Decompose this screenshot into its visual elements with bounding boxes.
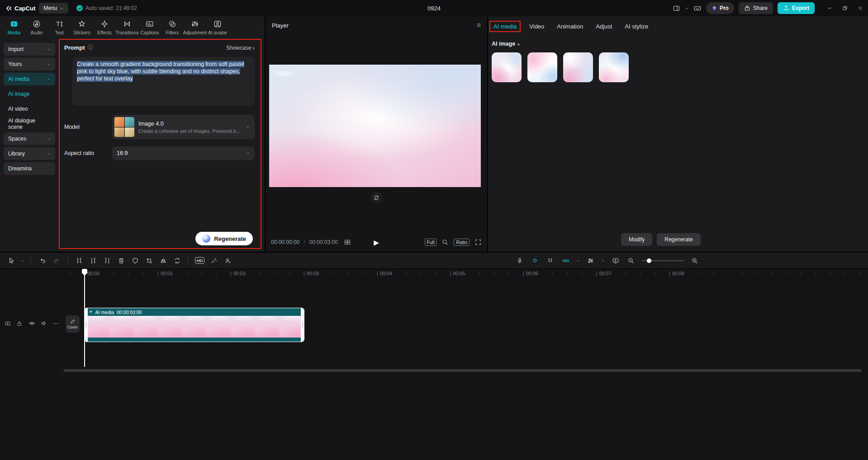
clip-trim-handle-left[interactable] (85, 308, 88, 342)
enhance-wand-button[interactable] (208, 255, 220, 267)
redo-button[interactable] (50, 255, 62, 267)
minimize-button[interactable] (822, 0, 837, 16)
ribbon-tab-audio[interactable]: Audio (25, 18, 48, 37)
aspect-ratio-select[interactable]: 16:9 (112, 146, 255, 160)
sidebar-item-ai-video[interactable]: AI video (4, 103, 55, 115)
pro-diamond-icon (711, 5, 717, 11)
timeline-clip-ai-media[interactable]: ✦ AI media 00:00:03:00 (85, 308, 304, 342)
sidebar-item-ai-media[interactable]: AI media (4, 73, 55, 85)
preview-render-button[interactable] (609, 255, 621, 267)
magnet-snap-button[interactable] (544, 255, 556, 267)
sidebar-item-ai-image[interactable]: AI image (4, 88, 55, 100)
full-toggle[interactable]: Full (425, 239, 437, 246)
more-options-icon[interactable]: ⋯ (53, 320, 59, 326)
showcase-link[interactable]: Showcase › (226, 45, 255, 51)
auto-link-button[interactable] (560, 255, 572, 267)
select-tool[interactable] (5, 255, 18, 267)
toggle-visibility-icon[interactable] (28, 320, 35, 327)
sidebar-item-library[interactable]: Library (4, 147, 55, 160)
hd-button[interactable]: HD (194, 255, 206, 267)
shortcut-keyboard-icon[interactable] (693, 4, 702, 12)
ai-image-section-header[interactable]: AI image ▴ (488, 36, 868, 50)
ribbon-tab-filters[interactable]: Filters (161, 18, 184, 37)
play-button[interactable]: ▶ (374, 239, 379, 246)
regenerate-button-right[interactable]: Regenerate (657, 233, 701, 246)
ai-image-thumbnail-1[interactable] (492, 52, 522, 82)
pro-button[interactable]: Pro (706, 2, 734, 14)
replace-button[interactable] (171, 255, 183, 267)
zoom-slider-thumb[interactable] (647, 258, 651, 263)
zoom-in-button[interactable] (688, 255, 701, 267)
ribbon-tab-captions[interactable]: Captions (138, 18, 161, 37)
sidebar-item-import[interactable]: Import (4, 43, 55, 56)
layout-chevron-icon[interactable] (685, 6, 689, 10)
cover-button[interactable]: Cover (66, 315, 80, 333)
ribbon-tab-adjustment[interactable]: Adjustment (184, 18, 206, 37)
close-button[interactable] (853, 0, 868, 16)
undo-button[interactable] (36, 255, 48, 267)
regenerate-button[interactable]: Regenerate (195, 232, 253, 245)
tab-animation[interactable]: Animation (557, 23, 583, 30)
timeline-ruler[interactable]: 00:00 00:01 00:02 00:03 00:04 00:05 00:0… (61, 269, 868, 279)
timeline-scrollbar[interactable] (63, 369, 862, 372)
tab-ai-stylize[interactable]: AI stylize (625, 23, 648, 30)
sidebar-item-label: Dreamina (8, 165, 32, 172)
tab-adjust[interactable]: Adjust (596, 23, 612, 30)
auto-link-chevron-icon[interactable] (575, 255, 581, 267)
export-button[interactable]: Export (778, 2, 815, 14)
ribbon-tab-text[interactable]: Text (48, 18, 71, 37)
sidebar-item-ai-dialogue-scene[interactable]: AI dialogue scene (4, 117, 55, 130)
frame-view-icon[interactable] (344, 239, 351, 246)
delete-right-button[interactable]: ]| (101, 255, 113, 267)
track-levels-chevron-icon[interactable] (600, 255, 606, 267)
ribbon-tab-ai-avatar[interactable]: AI avatar (206, 18, 229, 37)
player-menu-icon[interactable]: ≡ (477, 22, 481, 29)
split-button[interactable]: ][ (73, 255, 85, 267)
clip-trim-handle-right[interactable] (301, 308, 304, 342)
character-button[interactable] (222, 255, 234, 267)
model-select[interactable]: Image 4.0 Create a cohesive set of image… (112, 115, 255, 139)
track-levels-button[interactable] (584, 255, 597, 267)
restore-button[interactable] (837, 0, 853, 16)
capcut-logo: CapCut (5, 5, 35, 12)
mute-track-icon[interactable] (41, 320, 47, 327)
timeline-zoom-slider[interactable] (642, 260, 683, 261)
ai-image-thumbnail-3[interactable] (563, 52, 593, 82)
sidebar-item-spaces[interactable]: Spaces (4, 132, 55, 145)
tab-ai-media[interactable]: AI media (493, 23, 517, 30)
lock-track-icon[interactable] (16, 320, 23, 327)
showcase-label: Showcase (226, 45, 251, 51)
prompt-textarea[interactable]: Create a smooth gradient background tran… (72, 57, 255, 106)
track-preview-icon[interactable] (5, 320, 11, 327)
ribbon-tab-media[interactable]: Media (3, 18, 25, 37)
ribbon-tab-label: Media (8, 30, 21, 35)
ribbon-tab-transitions[interactable]: Transitions (116, 18, 138, 37)
info-icon[interactable]: ⓘ (88, 44, 93, 52)
layout-icon[interactable] (673, 5, 680, 12)
crop-button[interactable] (143, 255, 155, 267)
share-button[interactable]: Share (739, 2, 773, 14)
sidebar-item-yours[interactable]: Yours (4, 58, 55, 70)
ai-image-thumbnail-2[interactable] (527, 52, 557, 82)
zoom-out-button[interactable] (625, 255, 637, 267)
menu-button[interactable]: Menu (39, 3, 68, 14)
fullscreen-icon[interactable] (474, 239, 482, 246)
keyframe-button[interactable] (529, 255, 541, 267)
delete-button[interactable] (115, 255, 127, 267)
rotate-refresh-button[interactable] (371, 192, 382, 203)
playhead[interactable] (84, 269, 85, 367)
ribbon-tab-stickers[interactable]: Stickers (71, 18, 93, 37)
mirror-button[interactable] (157, 255, 169, 267)
ai-image-thumbnail-4[interactable] (599, 52, 629, 82)
zoom-preview-icon[interactable] (441, 239, 449, 246)
modify-button[interactable]: Modify (621, 233, 652, 246)
record-voiceover-button[interactable] (513, 255, 526, 267)
sidebar-item-dreamina[interactable]: Dreamina (4, 162, 55, 175)
mask-button[interactable] (129, 255, 141, 267)
select-tool-chevron-icon[interactable] (19, 255, 26, 267)
tab-video[interactable]: Video (529, 23, 544, 30)
delete-left-button[interactable]: |[ (87, 255, 99, 267)
ribbon-tab-effects[interactable]: Effects (93, 18, 116, 37)
ratio-toggle[interactable]: Ratio (454, 239, 470, 246)
preview-image[interactable]: CapCut (269, 65, 481, 187)
